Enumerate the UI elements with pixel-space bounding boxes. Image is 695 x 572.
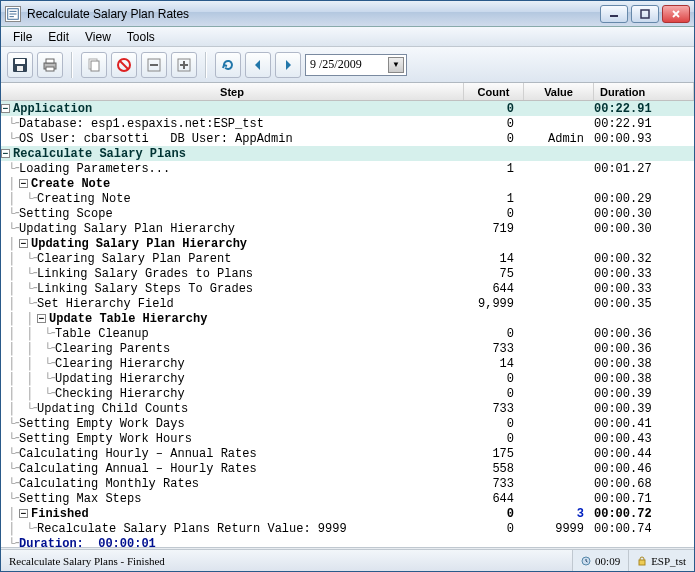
refresh-button[interactable]: [215, 52, 241, 78]
log-row[interactable]: │ │ └╴Clearing Hierarchy1400:00.38: [1, 356, 694, 371]
expand-button[interactable]: [171, 52, 197, 78]
count-cell: 14: [464, 252, 524, 266]
menu-view[interactable]: View: [77, 28, 119, 46]
step-label: Clearing Parents: [55, 342, 170, 356]
step-label: Updating Hierarchy: [55, 372, 185, 386]
tree-toggle[interactable]: −: [19, 239, 28, 248]
log-row[interactable]: │ │ └╴Table Cleanup000:00.36: [1, 326, 694, 341]
maximize-button[interactable]: [631, 5, 659, 23]
log-row[interactable]: │ −Create Note: [1, 176, 694, 191]
log-row[interactable]: └╴Calculating Annual – Hourly Rates55800…: [1, 461, 694, 476]
count-cell: 733: [464, 477, 524, 491]
log-row[interactable]: └╴OS User: cbarsotti DB User: AppAdmin0A…: [1, 131, 694, 146]
col-count[interactable]: Count: [464, 83, 524, 100]
next-button[interactable]: [275, 52, 301, 78]
save-button[interactable]: [7, 52, 33, 78]
duration-cell: 00:22.91: [594, 102, 694, 116]
print-button[interactable]: [37, 52, 63, 78]
step-cell: │ └╴Clearing Salary Plan Parent: [1, 251, 464, 266]
step-label: Setting Max Steps: [19, 492, 141, 506]
step-label: Clearing Hierarchy: [55, 357, 185, 371]
value-cell: Admin: [524, 132, 594, 146]
col-value[interactable]: Value: [524, 83, 594, 100]
log-row[interactable]: │ └╴Creating Note100:00.29: [1, 191, 694, 206]
menu-tools[interactable]: Tools: [119, 28, 163, 46]
collapse-button[interactable]: [141, 52, 167, 78]
count-cell: 0: [464, 117, 524, 131]
count-cell: 175: [464, 447, 524, 461]
duration-cell: 00:00.41: [594, 417, 694, 431]
step-label: Recalculate Salary Plans Return Value: 9…: [37, 522, 347, 536]
menu-edit[interactable]: Edit: [40, 28, 77, 46]
count-cell: 1: [464, 192, 524, 206]
count-cell: 0: [464, 432, 524, 446]
step-cell: │ └╴Linking Salary Grades to Plans: [1, 266, 464, 281]
log-row[interactable]: │ │ └╴Updating Hierarchy000:00.38: [1, 371, 694, 386]
duration-cell: 00:00.39: [594, 402, 694, 416]
log-row[interactable]: │ −Finished0300:00.72: [1, 506, 694, 521]
tree-toggle[interactable]: −: [19, 509, 28, 518]
app-icon: [5, 6, 21, 22]
count-cell: 0: [464, 372, 524, 386]
duration-cell: 00:00.29: [594, 192, 694, 206]
log-row[interactable]: │ −Updating Salary Plan Hierarchy: [1, 236, 694, 251]
toolbar-separator: [205, 52, 207, 78]
column-headers: Step Count Value Duration: [1, 83, 694, 101]
log-row[interactable]: │ │ −Update Table Hierarchy: [1, 311, 694, 326]
step-label: Setting Empty Work Days: [19, 417, 185, 431]
titlebar[interactable]: Recalculate Salary Plan Rates: [1, 1, 694, 27]
step-label: Calculating Annual – Hourly Rates: [19, 462, 257, 476]
tree-toggle[interactable]: −: [1, 149, 10, 158]
log-row[interactable]: └╴Setting Empty Work Days000:00.41: [1, 416, 694, 431]
log-row[interactable]: └╴Duration: 00:00:01: [1, 536, 694, 547]
tree-toggle[interactable]: −: [19, 179, 28, 188]
log-row[interactable]: └╴Calculating Hourly – Annual Rates17500…: [1, 446, 694, 461]
duration-cell: 00:22.91: [594, 117, 694, 131]
duration-cell: 00:00.46: [594, 462, 694, 476]
chevron-down-icon[interactable]: ▼: [388, 57, 404, 73]
copy-button[interactable]: [81, 52, 107, 78]
log-row[interactable]: │ │ └╴Checking Hierarchy000:00.39: [1, 386, 694, 401]
col-step[interactable]: Step: [1, 83, 464, 100]
minimize-button[interactable]: [600, 5, 628, 23]
step-label: Update Table Hierarchy: [49, 312, 207, 326]
log-row[interactable]: └╴Setting Scope000:00.30: [1, 206, 694, 221]
log-row[interactable]: │ └╴Linking Salary Grades to Plans7500:0…: [1, 266, 694, 281]
step-label: Recalculate Salary Plans: [13, 147, 186, 161]
log-row[interactable]: │ └╴Linking Salary Steps To Grades64400:…: [1, 281, 694, 296]
date-picker[interactable]: ▼: [305, 54, 407, 76]
count-cell: 733: [464, 342, 524, 356]
log-row[interactable]: │ │ └╴Clearing Parents73300:00.36: [1, 341, 694, 356]
log-row[interactable]: │ └╴Updating Child Counts73300:00.39: [1, 401, 694, 416]
tree-toggle[interactable]: −: [37, 314, 46, 323]
step-label: Set Hierarchy Field: [37, 297, 174, 311]
status-db: ESP_tst: [628, 550, 694, 571]
log-row[interactable]: −Recalculate Salary Plans: [1, 146, 694, 161]
duration-cell: 00:00.93: [594, 132, 694, 146]
count-cell: 733: [464, 402, 524, 416]
date-input[interactable]: [308, 56, 388, 73]
log-row[interactable]: └╴Setting Max Steps64400:00.71: [1, 491, 694, 506]
prev-button[interactable]: [245, 52, 271, 78]
log-row[interactable]: −Application000:22.91: [1, 101, 694, 116]
log-row[interactable]: │ └╴Set Hierarchy Field9,99900:00.35: [1, 296, 694, 311]
log-row[interactable]: │ └╴Recalculate Salary Plans Return Valu…: [1, 521, 694, 536]
step-cell: └╴Setting Max Steps: [1, 491, 464, 506]
menu-file[interactable]: File: [5, 28, 40, 46]
log-rows[interactable]: −Application000:22.91 └╴Database: esp1.e…: [1, 101, 694, 547]
log-row[interactable]: └╴Loading Parameters...100:01.27: [1, 161, 694, 176]
step-cell: │ └╴Linking Salary Steps To Grades: [1, 281, 464, 296]
log-row[interactable]: └╴Database: esp1.espaxis.net:ESP_tst000:…: [1, 116, 694, 131]
svg-rect-7: [46, 67, 54, 71]
log-row[interactable]: └╴Setting Empty Work Hours000:00.43: [1, 431, 694, 446]
col-duration[interactable]: Duration: [594, 83, 694, 100]
step-cell: │ └╴Updating Child Counts: [1, 401, 464, 416]
count-cell: 1: [464, 162, 524, 176]
close-button[interactable]: [662, 5, 690, 23]
tree-toggle[interactable]: −: [1, 104, 10, 113]
cancel-button[interactable]: [111, 52, 137, 78]
log-row[interactable]: └╴Calculating Monthly Rates73300:00.68: [1, 476, 694, 491]
step-label: OS User: cbarsotti DB User: AppAdmin: [19, 132, 293, 146]
log-row[interactable]: │ └╴Clearing Salary Plan Parent1400:00.3…: [1, 251, 694, 266]
log-row[interactable]: └╴Updating Salary Plan Hierarchy71900:00…: [1, 221, 694, 236]
